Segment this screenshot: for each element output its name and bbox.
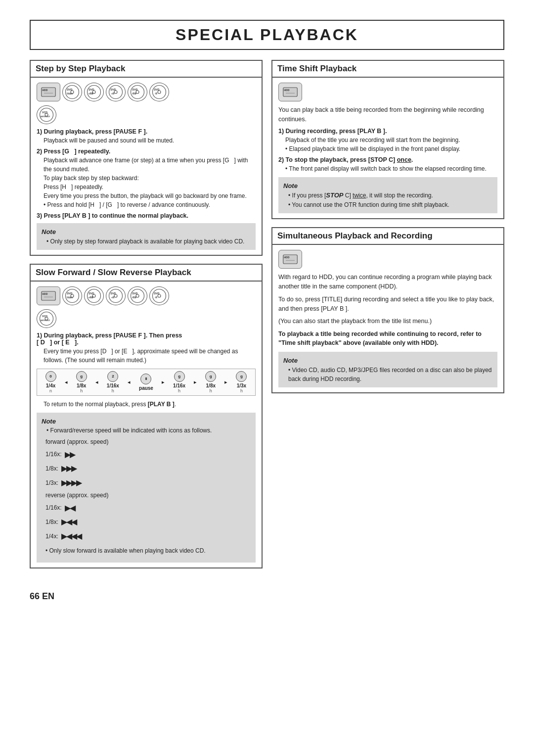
dvd-r2-badge: DVD -R: [149, 83, 169, 101]
ts-step2-body: • The front panel display will switch ba…: [285, 164, 497, 173]
icon-row-1_8x-rev: 1/8x: ▶◀◀: [45, 515, 251, 529]
svg-text:DVD: DVD: [89, 292, 94, 295]
sim-body2: To do so, press [TITLE] during recording…: [278, 295, 497, 314]
step2-body: Playback will advance one frame (or step…: [44, 156, 256, 209]
dvd-rw2-badge: DVD -RW: [128, 83, 147, 101]
svg-text:+R: +R: [111, 93, 115, 95]
page-footer: 66 EN: [30, 591, 504, 602]
svg-text:HDD: HDD: [284, 256, 290, 259]
sim-body3: (You can also start the playback from th…: [278, 317, 497, 326]
ts-step1-instruction: 1) During recording, press [PLAY B ].: [278, 128, 497, 135]
slow-badges: HDD DVD Video: [37, 286, 256, 305]
dvd-video-badge: DVD Video: [62, 83, 82, 101]
ts-step1-body: Playback of the title you are recording …: [285, 136, 497, 153]
svg-text:DVD: DVD: [111, 88, 116, 91]
dvd-r-badge: DVD +R: [106, 83, 126, 101]
right-column: Time Shift Playback HDD You can play bac…: [271, 60, 504, 576]
svg-text:DVD: DVD: [154, 292, 160, 295]
page-title: SPECIAL PLAYBACK: [30, 20, 504, 50]
icon-row-1_4x-rev: 1/4x: ▶◀◀◀: [45, 529, 251, 544]
ts-hdd-badge: HDD: [278, 83, 302, 101]
svg-text:HDD: HDD: [42, 89, 48, 92]
svg-text:-RW: -RW: [132, 93, 137, 95]
left-column: Step by Step Playback HDD: [30, 60, 263, 576]
slow-hdd-badge: HDD: [37, 286, 60, 305]
step1-instruction: 1) During playback, press [PAUSE F ].: [37, 128, 256, 135]
speed-item-1_16x-rev: 2 1/16x h: [107, 371, 119, 393]
step2-instruction: 2) Press [G ] repeatedly.: [37, 148, 256, 155]
time-shift-header: Time Shift Playback: [272, 61, 503, 78]
speed-item-1_8x: g 1/8x h: [76, 371, 87, 393]
svg-text:-R: -R: [155, 93, 157, 95]
svg-text:HDD: HDD: [42, 292, 48, 295]
slow-forward-note: Note Forward/reverse speed will be indic…: [37, 413, 256, 563]
step-by-step-badges: HDD DVD Video: [37, 83, 256, 101]
slow-step1-body: Every time you press [D ] or [E ], appro…: [44, 347, 256, 365]
speed-item-1_16x-fwd: g 1/16x h: [173, 371, 185, 393]
slow-dvd-rw2-badge: DVD -RW: [128, 286, 147, 305]
svg-text:DVD: DVD: [154, 88, 160, 91]
hdd-badge: HDD: [37, 83, 60, 101]
svg-text:VCD: VCD: [42, 315, 47, 318]
slow-forward-header: Slow Forward / Slow Reverse Playback: [31, 265, 262, 282]
sim-hdd-badge: HDD: [278, 250, 302, 269]
slow-dvd-r-badge: DVD +R: [106, 286, 126, 305]
svg-text:DVD: DVD: [67, 88, 73, 91]
slow-return-note: To return to the normal playback, press …: [44, 400, 256, 409]
svg-text:DVD: DVD: [133, 88, 138, 91]
ts-step2-instruction: 2) To stop the playback, press [STOP C] …: [278, 156, 497, 163]
icon-row-1_16x-rev: 1/16x: ▶◀: [45, 501, 251, 516]
speed-arrow-1: ◂: [65, 379, 68, 385]
svg-text:DVD: DVD: [133, 292, 138, 295]
speed-arrow-2: ◂: [95, 379, 98, 385]
time-shift-note: Note If you press [STOP C] twice, it wil…: [278, 177, 497, 213]
svg-text:Video: Video: [67, 296, 73, 298]
simultaneous-badges: HDD: [278, 250, 497, 269]
simultaneous-note: Note Video CD, audio CD, MP3/JPEG files …: [278, 352, 497, 387]
icon-row-1_3x-fwd: 1/3x: ▶▶▶▶: [45, 476, 251, 490]
time-shift-badges: HDD: [278, 83, 497, 101]
svg-text:-R: -R: [155, 296, 157, 298]
icon-row-1_8x-fwd: 1/8x: ▶▶▶: [45, 462, 251, 476]
speed-arrow-6: ▸: [224, 379, 227, 385]
step-by-step-body: HDD DVD Video: [31, 78, 262, 255]
speed-item-pause: ⏸ pause: [139, 374, 153, 391]
vcd-badge: VCD WITHOUT: [37, 105, 56, 124]
time-shift-body: HDD You can play back a title being reco…: [272, 78, 503, 218]
svg-text:WITHOUT: WITHOUT: [41, 319, 50, 321]
step3-instruction: 3) Press [PLAY B ] to continue the norma…: [37, 212, 256, 219]
step-by-step-section: Step by Step Playback HDD: [30, 60, 263, 256]
slow-forward-section: Slow Forward / Slow Reverse Playback HDD: [30, 264, 263, 568]
speed-arrow-4: ▸: [162, 379, 165, 385]
step-by-step-header: Step by Step Playback: [31, 61, 262, 78]
svg-text:VCD: VCD: [42, 111, 47, 114]
speed-arrow-5: ▸: [194, 379, 197, 385]
icon-row-1_16x-fwd: 1/16x: ▶▶: [45, 448, 251, 462]
slow-forward-body: HDD DVD Video: [31, 282, 262, 567]
svg-text:DVD: DVD: [111, 292, 116, 295]
svg-text:+R: +R: [111, 296, 115, 298]
svg-text:+RW: +RW: [89, 296, 94, 298]
simultaneous-section: Simultaneous Playback and Recording HDD …: [271, 227, 504, 393]
sim-body1: With regard to HDD, you can continue rec…: [278, 273, 497, 292]
time-shift-intro: You can play back a title being recorded…: [278, 105, 497, 125]
speed-item-1_3x: g 1/3x h: [236, 371, 247, 393]
vcd-badge-row: VCD WITHOUT: [37, 105, 256, 124]
slow-dvd-video-badge: DVD Video: [62, 286, 82, 305]
simultaneous-body: HDD With regard to HDD, you can continue…: [272, 245, 503, 392]
speed-item-1_8x-fwd: g 1/8x h: [205, 371, 216, 393]
slow-vcd-row: VCD WITHOUT: [37, 309, 256, 328]
time-shift-section: Time Shift Playback HDD You can play bac…: [271, 60, 504, 219]
speed-diagram: 0 1/4x n ◂ g 1/8x h ◂ 2 1/16x h: [37, 369, 256, 396]
slow-vcd-badge: VCD WITHOUT: [37, 309, 56, 328]
step-by-step-note: Note Only step by step forward playback …: [37, 223, 256, 250]
svg-text:-RW: -RW: [132, 296, 137, 298]
svg-text:WITHOUT: WITHOUT: [41, 115, 50, 118]
speed-arrow-3: ◂: [128, 379, 131, 385]
simultaneous-header: Simultaneous Playback and Recording: [272, 228, 503, 245]
icon-list: forward (approx. speed) 1/16x: ▶▶ 1/8x: …: [45, 437, 251, 557]
dvd-rw-badge: DVD +RW: [84, 83, 104, 101]
svg-text:DVD: DVD: [89, 88, 94, 91]
svg-text:HDD: HDD: [284, 89, 290, 92]
svg-text:+RW: +RW: [89, 93, 94, 95]
